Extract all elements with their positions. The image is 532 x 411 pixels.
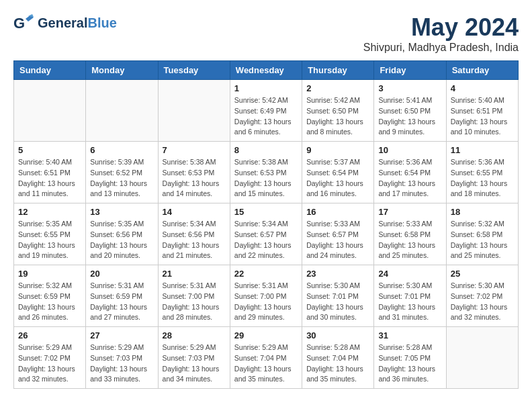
day-info: Sunrise: 5:42 AM Sunset: 6:49 PM Dayligh… — [234, 95, 298, 138]
day-info: Sunrise: 5:32 AM Sunset: 6:59 PM Dayligh… — [18, 281, 81, 323]
calendar-cell: 19Sunrise: 5:32 AM Sunset: 6:59 PM Dayli… — [14, 265, 86, 327]
day-info: Sunrise: 5:33 AM Sunset: 6:58 PM Dayligh… — [378, 219, 441, 261]
calendar-cell: 6Sunrise: 5:39 AM Sunset: 6:52 PM Daylig… — [86, 142, 158, 203]
calendar-cell: 3Sunrise: 5:41 AM Sunset: 6:50 PM Daylig… — [374, 80, 446, 142]
day-info: Sunrise: 5:29 AM Sunset: 7:03 PM Dayligh… — [90, 342, 153, 385]
calendar-cell: 23Sunrise: 5:30 AM Sunset: 7:01 PM Dayli… — [302, 265, 374, 327]
weekday-header-sunday: Sunday — [14, 61, 86, 80]
day-number: 16 — [306, 207, 369, 217]
calendar-cell: 14Sunrise: 5:34 AM Sunset: 6:56 PM Dayli… — [158, 203, 230, 265]
day-number: 31 — [378, 330, 441, 340]
day-info: Sunrise: 5:34 AM Sunset: 6:56 PM Dayligh… — [163, 219, 226, 261]
day-number: 5 — [18, 145, 81, 155]
calendar-cell: 8Sunrise: 5:38 AM Sunset: 6:53 PM Daylig… — [230, 142, 302, 203]
calendar-week-row: 1Sunrise: 5:42 AM Sunset: 6:49 PM Daylig… — [14, 80, 519, 142]
day-info: Sunrise: 5:29 AM Sunset: 7:04 PM Dayligh… — [234, 342, 298, 385]
day-info: Sunrise: 5:30 AM Sunset: 7:02 PM Dayligh… — [451, 281, 514, 323]
day-number: 26 — [18, 330, 81, 340]
day-info: Sunrise: 5:35 AM Sunset: 6:55 PM Dayligh… — [18, 219, 81, 261]
calendar-header-row: SundayMondayTuesdayWednesdayThursdayFrid… — [14, 61, 519, 80]
logo-icon: G — [13, 13, 35, 32]
calendar-cell: 30Sunrise: 5:28 AM Sunset: 7:04 PM Dayli… — [302, 327, 374, 389]
calendar-cell: 7Sunrise: 5:38 AM Sunset: 6:53 PM Daylig… — [158, 142, 230, 203]
calendar-cell — [446, 327, 518, 389]
day-number: 18 — [451, 207, 514, 217]
calendar-cell: 27Sunrise: 5:29 AM Sunset: 7:03 PM Dayli… — [86, 327, 158, 389]
day-info: Sunrise: 5:28 AM Sunset: 7:04 PM Dayligh… — [306, 342, 369, 385]
calendar-cell: 26Sunrise: 5:29 AM Sunset: 7:02 PM Dayli… — [14, 327, 86, 389]
day-info: Sunrise: 5:31 AM Sunset: 6:59 PM Dayligh… — [90, 281, 153, 323]
day-info: Sunrise: 5:33 AM Sunset: 6:57 PM Dayligh… — [306, 219, 369, 261]
calendar-cell: 11Sunrise: 5:36 AM Sunset: 6:55 PM Dayli… — [446, 142, 518, 203]
calendar-cell: 24Sunrise: 5:30 AM Sunset: 7:01 PM Dayli… — [374, 265, 446, 327]
day-info: Sunrise: 5:38 AM Sunset: 6:53 PM Dayligh… — [234, 157, 298, 199]
calendar-cell: 20Sunrise: 5:31 AM Sunset: 6:59 PM Dayli… — [86, 265, 158, 327]
weekday-header-saturday: Saturday — [446, 61, 518, 80]
weekday-header-thursday: Thursday — [302, 61, 374, 80]
logo: G GeneralBlue — [13, 13, 117, 32]
calendar-cell: 18Sunrise: 5:32 AM Sunset: 6:58 PM Dayli… — [446, 203, 518, 265]
calendar-cell: 22Sunrise: 5:31 AM Sunset: 7:00 PM Dayli… — [230, 265, 302, 327]
calendar-cell: 25Sunrise: 5:30 AM Sunset: 7:02 PM Dayli… — [446, 265, 518, 327]
calendar-cell: 29Sunrise: 5:29 AM Sunset: 7:04 PM Dayli… — [230, 327, 302, 389]
calendar-cell: 28Sunrise: 5:29 AM Sunset: 7:03 PM Dayli… — [158, 327, 230, 389]
calendar-cell: 31Sunrise: 5:28 AM Sunset: 7:05 PM Dayli… — [374, 327, 446, 389]
calendar-cell — [158, 80, 230, 142]
day-number: 7 — [163, 145, 226, 155]
day-number: 14 — [163, 207, 226, 217]
weekday-header-wednesday: Wednesday — [230, 61, 302, 80]
calendar-week-row: 5Sunrise: 5:40 AM Sunset: 6:51 PM Daylig… — [14, 142, 519, 203]
location-title: Shivpuri, Madhya Pradesh, India — [363, 42, 519, 54]
day-info: Sunrise: 5:35 AM Sunset: 6:56 PM Dayligh… — [90, 219, 153, 261]
weekday-header-friday: Friday — [374, 61, 446, 80]
calendar-cell: 5Sunrise: 5:40 AM Sunset: 6:51 PM Daylig… — [14, 142, 86, 203]
day-number: 13 — [90, 207, 153, 217]
calendar-week-row: 12Sunrise: 5:35 AM Sunset: 6:55 PM Dayli… — [14, 203, 519, 265]
day-number: 27 — [90, 330, 153, 340]
calendar-cell: 16Sunrise: 5:33 AM Sunset: 6:57 PM Dayli… — [302, 203, 374, 265]
day-info: Sunrise: 5:36 AM Sunset: 6:55 PM Dayligh… — [451, 157, 514, 199]
logo-general: General — [38, 15, 87, 30]
day-number: 8 — [234, 145, 298, 155]
day-number: 3 — [378, 83, 441, 93]
day-info: Sunrise: 5:37 AM Sunset: 6:54 PM Dayligh… — [306, 157, 369, 199]
day-info: Sunrise: 5:28 AM Sunset: 7:05 PM Dayligh… — [378, 342, 441, 385]
calendar-cell — [14, 80, 86, 142]
calendar-table: SundayMondayTuesdayWednesdayThursdayFrid… — [13, 60, 519, 389]
day-number: 22 — [234, 269, 298, 279]
calendar-cell: 9Sunrise: 5:37 AM Sunset: 6:54 PM Daylig… — [302, 142, 374, 203]
day-number: 28 — [163, 330, 226, 340]
calendar-week-row: 26Sunrise: 5:29 AM Sunset: 7:02 PM Dayli… — [14, 327, 519, 389]
day-number: 21 — [163, 269, 226, 279]
title-block: May 2024 Shivpuri, Madhya Pradesh, India — [363, 13, 519, 54]
day-number: 1 — [234, 83, 298, 93]
weekday-header-monday: Monday — [86, 61, 158, 80]
calendar-cell: 21Sunrise: 5:31 AM Sunset: 7:00 PM Dayli… — [158, 265, 230, 327]
calendar-cell: 15Sunrise: 5:34 AM Sunset: 6:57 PM Dayli… — [230, 203, 302, 265]
day-info: Sunrise: 5:41 AM Sunset: 6:50 PM Dayligh… — [378, 95, 441, 138]
calendar-cell: 1Sunrise: 5:42 AM Sunset: 6:49 PM Daylig… — [230, 80, 302, 142]
weekday-header-tuesday: Tuesday — [158, 61, 230, 80]
day-number: 29 — [234, 330, 298, 340]
day-info: Sunrise: 5:38 AM Sunset: 6:53 PM Dayligh… — [163, 157, 226, 199]
day-number: 25 — [451, 269, 514, 279]
day-info: Sunrise: 5:32 AM Sunset: 6:58 PM Dayligh… — [451, 219, 514, 261]
day-number: 17 — [378, 207, 441, 217]
day-info: Sunrise: 5:39 AM Sunset: 6:52 PM Dayligh… — [90, 157, 153, 199]
svg-text:G: G — [13, 15, 25, 32]
page-header: G GeneralBlue May 2024 Shivpuri, Madhya … — [13, 13, 519, 54]
day-number: 9 — [306, 145, 369, 155]
day-info: Sunrise: 5:40 AM Sunset: 6:51 PM Dayligh… — [18, 157, 81, 199]
calendar-cell — [86, 80, 158, 142]
day-info: Sunrise: 5:34 AM Sunset: 6:57 PM Dayligh… — [234, 219, 298, 261]
day-info: Sunrise: 5:30 AM Sunset: 7:01 PM Dayligh… — [378, 281, 441, 323]
day-info: Sunrise: 5:40 AM Sunset: 6:51 PM Dayligh… — [451, 95, 514, 138]
calendar-cell: 17Sunrise: 5:33 AM Sunset: 6:58 PM Dayli… — [374, 203, 446, 265]
day-number: 10 — [378, 145, 441, 155]
day-number: 19 — [18, 269, 81, 279]
day-number: 30 — [306, 330, 369, 340]
calendar-cell: 12Sunrise: 5:35 AM Sunset: 6:55 PM Dayli… — [14, 203, 86, 265]
month-title: May 2024 — [363, 13, 519, 42]
calendar-cell: 4Sunrise: 5:40 AM Sunset: 6:51 PM Daylig… — [446, 80, 518, 142]
day-number: 6 — [90, 145, 153, 155]
